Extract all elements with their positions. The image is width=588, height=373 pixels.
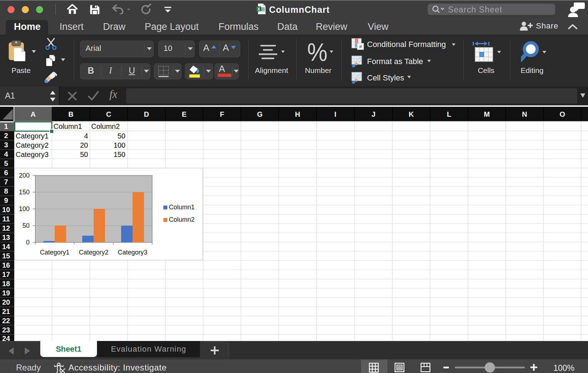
svg-text:D: D [144, 110, 149, 118]
svg-text:10: 10 [2, 206, 10, 214]
svg-text:Category1: Category1 [16, 132, 48, 140]
svg-text:19: 19 [2, 289, 10, 297]
svg-text:F: F [220, 110, 224, 118]
svg-text:17: 17 [2, 270, 10, 278]
svg-text:11: 11 [2, 215, 10, 223]
svg-text:24: 24 [2, 335, 10, 341]
svg-text:H: H [295, 110, 300, 118]
svg-text:Category2: Category2 [16, 141, 48, 149]
svg-text:20: 20 [2, 298, 10, 306]
svg-text:14: 14 [2, 243, 10, 251]
svg-text:Column2: Column2 [169, 216, 195, 223]
svg-text:2: 2 [4, 132, 8, 140]
svg-text:N: N [522, 110, 527, 118]
svg-text:G: G [257, 110, 263, 118]
svg-text:E: E [182, 110, 186, 118]
svg-text:X: X [257, 7, 260, 12]
svg-text:O: O [559, 110, 565, 118]
svg-text:L: L [447, 110, 451, 118]
svg-text:Column2: Column2 [91, 122, 120, 130]
svg-text:100: 100 [114, 141, 125, 149]
svg-text:8: 8 [4, 187, 8, 195]
svg-text:150: 150 [19, 189, 30, 196]
svg-text:12: 12 [2, 224, 10, 232]
svg-text:C: C [106, 110, 111, 118]
svg-text:I: I [334, 110, 336, 118]
svg-text:6: 6 [4, 169, 8, 177]
svg-text:50: 50 [118, 132, 125, 140]
svg-text:13: 13 [2, 233, 10, 241]
svg-text:3: 3 [4, 141, 8, 149]
svg-text:7: 7 [4, 178, 8, 186]
svg-text:Category1: Category1 [40, 249, 69, 256]
svg-text:20: 20 [80, 141, 88, 149]
svg-text:50: 50 [22, 222, 30, 229]
svg-text:Category3: Category3 [16, 151, 48, 158]
svg-text:18: 18 [2, 280, 10, 288]
svg-text:Category3: Category3 [118, 249, 147, 256]
svg-text:1: 1 [4, 122, 8, 130]
svg-text:B: B [68, 110, 73, 118]
svg-text:K: K [409, 110, 414, 118]
svg-text:16: 16 [2, 261, 10, 269]
svg-text:9: 9 [4, 196, 8, 204]
svg-text:15: 15 [2, 252, 10, 260]
svg-text:Category2: Category2 [79, 249, 108, 256]
svg-text:100: 100 [19, 205, 30, 212]
svg-text:21: 21 [2, 308, 10, 315]
svg-text:≠: ≠ [359, 43, 362, 49]
svg-text:4: 4 [84, 132, 88, 140]
svg-text:200: 200 [19, 172, 30, 179]
svg-text:0: 0 [26, 239, 30, 246]
svg-text:Column1: Column1 [169, 204, 195, 211]
svg-text:Column1: Column1 [53, 122, 82, 130]
svg-text:A: A [31, 110, 36, 118]
svg-text:50: 50 [80, 151, 88, 158]
svg-text:4: 4 [4, 150, 8, 158]
svg-text:J: J [371, 110, 375, 118]
svg-text:M: M [484, 110, 490, 118]
svg-text:150: 150 [114, 151, 125, 158]
svg-text:23: 23 [2, 326, 10, 334]
svg-text:5: 5 [4, 159, 8, 167]
svg-text:22: 22 [2, 317, 10, 325]
